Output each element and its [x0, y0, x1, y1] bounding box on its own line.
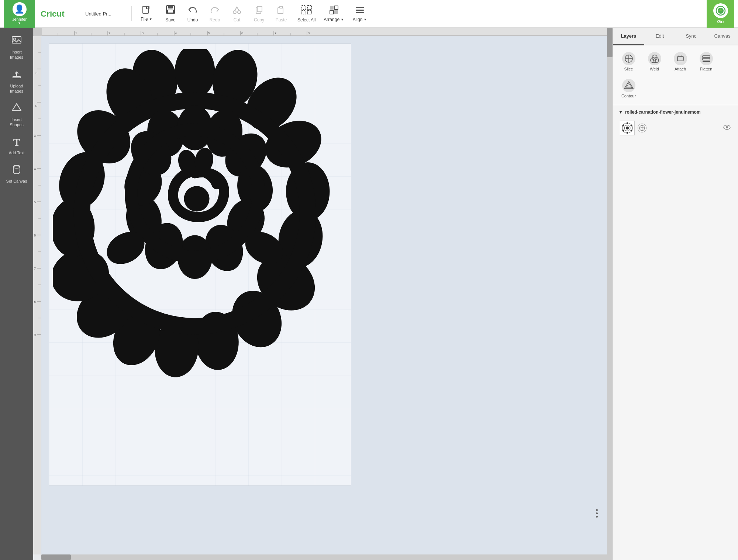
copy-button[interactable]: Copy	[248, 0, 270, 28]
sidebar: InsertImages UploadImages InsertShapes T…	[0, 28, 33, 560]
svg-point-142	[622, 124, 624, 126]
insert-images-label: InsertImages	[10, 49, 23, 60]
weld-tool[interactable]: Weld	[642, 49, 666, 74]
svg-marker-132	[624, 82, 633, 89]
layer-group-name: rolled-carnation-flower-jenuinemom	[625, 110, 701, 115]
svg-rect-4	[168, 6, 173, 8]
svg-rect-27	[13, 76, 20, 78]
canvas-area[interactable]: 1 2 3 4 5 6 7 8	[33, 28, 613, 560]
scrollbar-horizontal[interactable]	[41, 554, 607, 560]
contour-icon	[622, 79, 635, 92]
file-menu-button[interactable]: File ▼	[134, 0, 159, 28]
save-button[interactable]: Save	[159, 0, 182, 28]
cut-label: Cut	[234, 17, 241, 23]
go-button[interactable]: Go	[707, 0, 734, 28]
svg-point-141	[622, 129, 624, 131]
svg-text:3: 3	[34, 134, 36, 138]
layer-group-title: ▼ rolled-carnation-flower-jenuinemom	[618, 110, 732, 115]
svg-rect-15	[307, 10, 311, 14]
arrange-button[interactable]: Arrange ▼	[321, 0, 347, 28]
flatten-tool[interactable]: Flatten	[694, 49, 718, 74]
svg-point-84	[175, 49, 215, 98]
svg-point-140	[626, 132, 628, 134]
align-icon	[355, 5, 365, 17]
project-title[interactable]: Untitled Pr...	[82, 11, 130, 17]
svg-rect-19	[334, 10, 338, 14]
svg-text:7: 7	[34, 267, 36, 270]
contour-tool[interactable]: Contour	[617, 76, 641, 101]
svg-text:8: 8	[34, 300, 36, 304]
layer-section: ▼ rolled-carnation-flower-jenuinemom	[613, 105, 738, 560]
weld-icon	[648, 52, 661, 65]
insert-shapes-icon	[11, 103, 22, 115]
arrange-label: Arrange	[324, 17, 339, 22]
align-button[interactable]: Align ▼	[347, 0, 373, 28]
svg-point-7	[238, 11, 241, 14]
svg-point-136	[626, 127, 629, 129]
svg-marker-28	[12, 104, 21, 111]
svg-rect-30	[34, 28, 42, 36]
contour-label: Contour	[621, 94, 636, 98]
redo-button[interactable]: Redo	[204, 0, 226, 28]
layer-accessibility-icon	[638, 124, 646, 132]
sidebar-item-set-canvas[interactable]: Set Canvas	[0, 160, 33, 188]
upload-images-label: UploadImages	[10, 83, 23, 94]
user-profile-button[interactable]: 👤 Jennifer ▼	[4, 0, 35, 28]
undo-label: Undo	[187, 17, 198, 23]
svg-text:2: 2	[34, 105, 38, 107]
scrollbar-vertical-thumb[interactable]	[607, 28, 613, 57]
select-all-button[interactable]: Select All	[292, 0, 321, 28]
ruler-top: 1 2 3 4 5 6 7 8	[41, 28, 607, 36]
layer-item[interactable]	[618, 118, 732, 138]
canvas-more-options-button[interactable]	[596, 509, 598, 518]
tab-edit[interactable]: Edit	[644, 28, 676, 45]
copy-icon	[254, 5, 264, 17]
user-name: Jennifer	[12, 17, 27, 21]
right-panel: Layers Edit Sync Canvas	[613, 28, 738, 560]
svg-marker-133	[626, 83, 632, 88]
svg-text:8: 8	[308, 31, 310, 35]
sidebar-item-upload-images[interactable]: UploadImages	[0, 65, 33, 98]
panel-tabs: Layers Edit Sync Canvas	[613, 28, 738, 45]
sidebar-item-insert-images[interactable]: InsertImages	[0, 31, 33, 65]
tab-sync[interactable]: Sync	[676, 28, 707, 45]
slice-label: Slice	[624, 67, 633, 71]
main-area: InsertImages UploadImages InsertShapes T…	[0, 28, 738, 560]
ruler-left: 1 2 3 4 5 6 7 8 9	[33, 36, 41, 554]
slice-tool[interactable]: Slice	[617, 49, 641, 74]
select-all-icon	[301, 5, 312, 17]
attach-tool[interactable]: Attach	[668, 49, 692, 74]
layer-group-collapse-icon[interactable]: ▼	[618, 110, 623, 115]
svg-rect-18	[330, 10, 334, 14]
dot-1	[596, 509, 598, 511]
flatten-icon	[700, 52, 713, 65]
tab-layers[interactable]: Layers	[613, 28, 644, 45]
dot-3	[596, 516, 598, 518]
layer-visibility-toggle[interactable]	[723, 123, 731, 133]
sidebar-item-insert-shapes[interactable]: InsertShapes	[0, 98, 33, 132]
svg-rect-22	[356, 12, 364, 13]
paste-button[interactable]: Paste	[270, 0, 292, 28]
svg-text:2: 2	[108, 31, 110, 35]
scrollbar-vertical[interactable]	[607, 28, 613, 560]
tab-canvas[interactable]: Canvas	[707, 28, 738, 45]
svg-text:4: 4	[34, 167, 36, 171]
svg-point-138	[630, 124, 632, 126]
svg-rect-13	[307, 6, 311, 10]
svg-point-115	[184, 186, 210, 211]
file-label: File	[141, 17, 148, 22]
sidebar-item-add-text[interactable]: T Add Text	[0, 132, 33, 160]
arrange-arrow-icon: ▼	[341, 18, 344, 21]
cut-icon	[232, 5, 242, 17]
layer-thumbnail	[620, 121, 635, 135]
svg-rect-20	[356, 7, 364, 8]
svg-rect-1	[143, 6, 148, 13]
svg-point-147	[726, 126, 728, 128]
undo-button[interactable]: Undo	[182, 0, 204, 28]
scrollbar-horizontal-thumb[interactable]	[41, 554, 71, 560]
paste-icon	[276, 5, 286, 17]
tab-layers-label: Layers	[621, 33, 636, 39]
add-text-icon: T	[13, 136, 20, 148]
cut-button[interactable]: Cut	[226, 0, 248, 28]
svg-rect-131	[703, 61, 710, 62]
